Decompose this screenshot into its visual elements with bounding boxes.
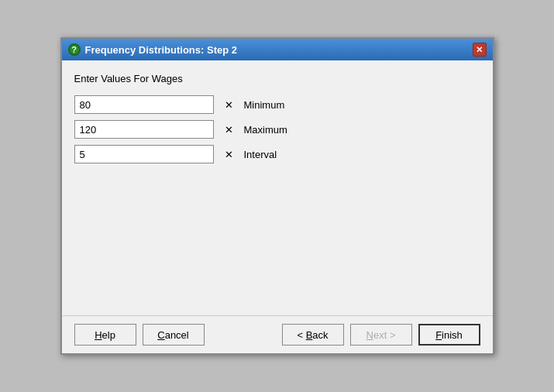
- maximum-label: Maximum: [244, 124, 287, 136]
- close-button[interactable]: ✕: [473, 43, 487, 57]
- window-title: Frequency Distributions: Step 2: [85, 44, 237, 56]
- window-body: Enter Values For Wages ✕ Minimum ✕ Maxim…: [62, 60, 493, 315]
- main-window: ? Frequency Distributions: Step 2 ✕ Ente…: [60, 37, 494, 355]
- footer: Help Cancel < Back Next > Finish: [62, 315, 493, 353]
- interval-row: ✕ Interval: [74, 145, 480, 163]
- interval-input[interactable]: [74, 145, 214, 163]
- minimum-x: ✕: [225, 99, 233, 111]
- form-area: ✕ Minimum ✕ Maximum ✕ Interval: [74, 95, 480, 163]
- title-bar: ? Frequency Distributions: Step 2 ✕: [62, 39, 493, 60]
- maximum-input[interactable]: [74, 120, 214, 139]
- footer-right: < Back Next > Finish: [282, 324, 480, 346]
- section-label: Enter Values For Wages: [74, 73, 480, 84]
- minimum-label: Minimum: [244, 99, 285, 111]
- help-button[interactable]: Help: [74, 324, 136, 346]
- next-button[interactable]: Next >: [350, 324, 412, 346]
- finish-button[interactable]: Finish: [418, 324, 480, 346]
- cancel-button[interactable]: Cancel: [143, 324, 205, 346]
- interval-label: Interval: [244, 149, 277, 160]
- maximum-row: ✕ Maximum: [74, 120, 480, 139]
- help-icon: ?: [68, 43, 81, 56]
- minimum-row: ✕ Minimum: [74, 95, 480, 114]
- maximum-x: ✕: [225, 124, 233, 136]
- title-bar-left: ? Frequency Distributions: Step 2: [68, 43, 237, 56]
- interval-x: ✕: [225, 149, 233, 160]
- back-button[interactable]: < Back: [282, 324, 344, 346]
- minimum-input[interactable]: [74, 95, 214, 114]
- footer-left: Help Cancel: [74, 324, 205, 346]
